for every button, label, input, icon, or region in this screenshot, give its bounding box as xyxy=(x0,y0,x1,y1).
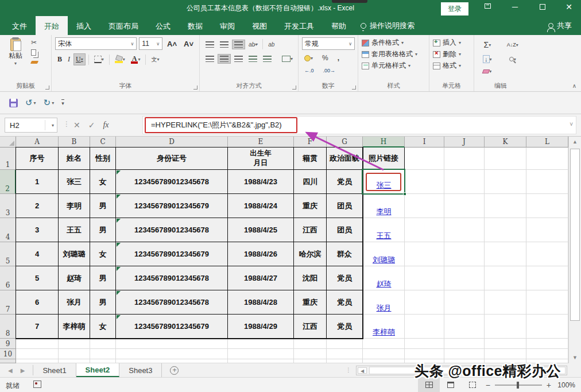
cell-D6[interactable]: 123456789012345678 xyxy=(116,266,228,290)
cell-E[interactable] xyxy=(228,359,294,363)
align-center-icon[interactable] xyxy=(218,54,231,64)
customize-qat-icon[interactable]: ▾ xyxy=(61,99,64,106)
tab-formulas[interactable]: 公式 xyxy=(147,16,179,35)
cell-F2[interactable]: 四川 xyxy=(294,170,327,194)
cell-K6[interactable] xyxy=(485,266,526,290)
cell-H1[interactable]: 照片链接 xyxy=(363,148,405,170)
copy-icon[interactable] xyxy=(31,48,40,56)
cell-B[interactable] xyxy=(59,359,90,363)
delete-cells-button[interactable]: 删除▾ xyxy=(433,49,470,59)
wrap-text-icon[interactable]: ab xyxy=(266,40,277,49)
cell-K4[interactable] xyxy=(485,218,526,242)
accounting-format-icon[interactable]: ▾ xyxy=(302,53,315,63)
cell-J2[interactable] xyxy=(444,170,485,194)
scroll-up-icon[interactable]: ▲ xyxy=(569,137,581,148)
formula-input[interactable]: =HYPERLINK("E:\照片\"&B2&".jpg",B2) xyxy=(142,116,576,134)
cell-G3[interactable]: 团员 xyxy=(327,194,363,218)
tell-me-search[interactable]: 操作说明搜索 xyxy=(355,16,420,35)
photo-hyperlink[interactable]: 张月 xyxy=(363,303,405,313)
select-all-corner[interactable] xyxy=(0,137,16,148)
column-header-D[interactable]: D xyxy=(116,137,228,148)
column-header-H[interactable]: H xyxy=(363,137,405,148)
cell-E10[interactable] xyxy=(228,349,294,359)
font-color-button[interactable]: A ▾ xyxy=(129,54,143,65)
photo-hyperlink[interactable]: 王五 xyxy=(363,231,405,241)
cell-I6[interactable] xyxy=(405,266,444,290)
insert-function-icon[interactable]: fx xyxy=(103,121,109,130)
cell-H8[interactable]: 李梓萌 xyxy=(363,315,405,339)
row-header-10[interactable]: 10 xyxy=(0,349,16,359)
cell-K7[interactable] xyxy=(485,290,526,315)
confirm-entry-icon[interactable]: ✓ xyxy=(88,121,95,130)
align-top-icon[interactable] xyxy=(203,40,216,49)
cell-I5[interactable] xyxy=(405,242,444,266)
increase-indent-icon[interactable] xyxy=(261,54,274,64)
increase-font-icon[interactable]: A˄ xyxy=(165,38,179,50)
cell-E5[interactable]: 1988/4/26 xyxy=(228,242,294,266)
cell-F1[interactable]: 籍贯 xyxy=(294,148,327,170)
format-as-table-button[interactable]: 套用表格格式▾ xyxy=(362,49,425,59)
undo-icon[interactable]: ↺▾ xyxy=(23,96,38,109)
fill-color-button[interactable]: ▾ xyxy=(113,54,127,65)
photo-hyperlink[interactable]: 张三 xyxy=(363,180,405,191)
cell-C8[interactable]: 女 xyxy=(90,315,116,339)
align-middle-icon[interactable] xyxy=(218,40,231,49)
cell-J1[interactable] xyxy=(444,148,485,170)
number-dialog-launcher[interactable] xyxy=(352,86,356,90)
share-button[interactable]: 共享 xyxy=(539,16,581,35)
cell-K9[interactable] xyxy=(485,339,526,349)
row-header-8[interactable]: 8 xyxy=(0,315,16,339)
cell-L10[interactable] xyxy=(526,349,568,359)
cell-L5[interactable] xyxy=(526,242,568,266)
cell-I2[interactable] xyxy=(405,170,444,194)
spreadsheet-grid[interactable]: ABCDEFGHIJKL12345678910序号姓名性别身份证号出生年 月日籍… xyxy=(0,137,568,363)
decrease-font-icon[interactable]: A˅ xyxy=(181,38,196,50)
zoom-out-icon[interactable]: − xyxy=(486,381,490,390)
cell-J4[interactable] xyxy=(444,218,485,242)
cell-D5[interactable]: 123456789012345679 xyxy=(116,242,228,266)
fill-down-button[interactable]: ↓ ▾ xyxy=(478,53,497,65)
cell-G9[interactable] xyxy=(327,339,363,349)
cell-B1[interactable]: 姓名 xyxy=(59,148,90,170)
row-header-7[interactable]: 7 xyxy=(0,290,16,315)
autosum-button[interactable]: Σ ▾ xyxy=(478,38,497,51)
cell-E3[interactable]: 1988/4/24 xyxy=(228,194,294,218)
sheet-tab-sheet3[interactable]: Sheet3 xyxy=(119,363,162,377)
cell-F10[interactable] xyxy=(294,349,327,359)
cell-I7[interactable] xyxy=(405,290,444,315)
formula-bar-expand-icon[interactable]: ˅ xyxy=(570,121,573,127)
align-right-icon[interactable] xyxy=(232,54,245,64)
tab-home[interactable]: 开始 xyxy=(36,16,68,35)
photo-hyperlink[interactable]: 赵琦 xyxy=(363,279,405,289)
cell-D10[interactable] xyxy=(116,349,228,359)
cell-G2[interactable]: 党员 xyxy=(327,170,363,194)
cell-I8[interactable] xyxy=(405,315,444,339)
cell-C9[interactable] xyxy=(90,339,116,349)
clear-button[interactable]: ▾ xyxy=(478,67,497,76)
cell-D2[interactable]: 123456789012345678 xyxy=(116,170,228,194)
cell-A10[interactable] xyxy=(16,349,59,359)
column-header-C[interactable]: C xyxy=(90,137,116,148)
cell-B5[interactable]: 刘璐璐 xyxy=(59,242,90,266)
cell-D8[interactable]: 123456789012345679 xyxy=(116,315,228,339)
font-size-select[interactable]: 11 ∨ xyxy=(139,37,162,50)
column-header-F[interactable]: F xyxy=(294,137,327,148)
cell-E8[interactable]: 1988/4/29 xyxy=(228,315,294,339)
cell-L2[interactable] xyxy=(526,170,568,194)
cell-G1[interactable]: 政治面貌 xyxy=(327,148,363,170)
cell-I4[interactable] xyxy=(405,218,444,242)
cell-A7[interactable]: 6 xyxy=(16,290,59,315)
align-bottom-icon[interactable] xyxy=(232,40,245,49)
cell-I1[interactable] xyxy=(405,148,444,170)
vertical-scroll-thumb[interactable] xyxy=(570,149,580,321)
cell-K3[interactable] xyxy=(485,194,526,218)
photo-hyperlink[interactable]: 李梓萌 xyxy=(363,327,405,337)
close-icon[interactable]: ✕ xyxy=(560,2,578,11)
cell-L3[interactable] xyxy=(526,194,568,218)
cell-D1[interactable]: 身份证号 xyxy=(116,148,228,170)
cell-F5[interactable]: 哈尔滨 xyxy=(294,242,327,266)
borders-button[interactable]: ▾ xyxy=(92,54,106,65)
collapse-ribbon-icon[interactable]: ∧ xyxy=(572,83,576,89)
percent-icon[interactable]: % xyxy=(320,52,331,64)
cell-C6[interactable]: 男 xyxy=(90,266,116,290)
